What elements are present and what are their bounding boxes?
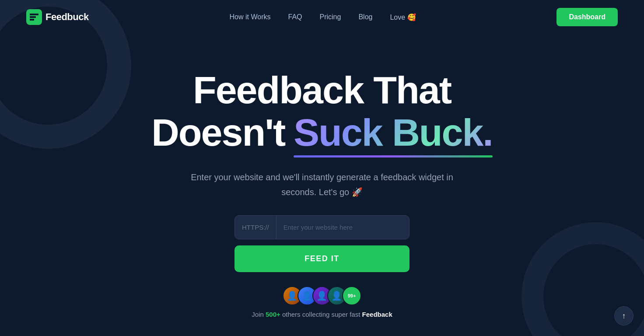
nav-pricing[interactable]: Pricing	[320, 13, 341, 21]
navbar: Feedbuck How it Works FAQ Pricing Blog L…	[0, 0, 644, 34]
url-input-container: HTTPS://	[234, 215, 410, 239]
logo-link[interactable]: Feedbuck	[26, 9, 89, 25]
website-input[interactable]	[276, 216, 409, 239]
hero-subtitle: Enter your website and we'll instantly g…	[191, 170, 453, 200]
logo-icon	[26, 9, 42, 25]
url-prefix: HTTPS://	[235, 216, 276, 239]
brand-name: Feedbuck	[46, 11, 89, 23]
hero-doesnt: Doesn't	[151, 112, 285, 154]
hero-title-line1: Feedback That	[151, 69, 493, 112]
hero-title-line2: Doesn't Suck Buck.	[151, 112, 493, 154]
feed-it-button[interactable]: FEED IT	[234, 245, 410, 272]
social-proof-text: Join 500+ others collecting super fast F…	[252, 311, 392, 318]
dashboard-button[interactable]: Dashboard	[556, 8, 618, 26]
scroll-top-icon: ↑	[622, 312, 626, 321]
nav-blog[interactable]: Blog	[358, 13, 372, 21]
nav-faq[interactable]: FAQ	[288, 13, 302, 21]
hero-gradient-word: Suck Buck.	[294, 112, 492, 154]
nav-links: How it Works FAQ Pricing Blog Love 🥰	[230, 13, 416, 21]
social-count-highlight: 500+	[266, 311, 280, 318]
hero-suck-buck: Suck Buck.	[294, 111, 492, 154]
nav-love[interactable]: Love 🥰	[390, 14, 416, 21]
nav-how-it-works[interactable]: How it Works	[230, 13, 271, 21]
hero-section: Feedback That Doesn't Suck Buck. Enter y…	[0, 34, 644, 318]
hero-title: Feedback That Doesn't Suck Buck.	[151, 69, 493, 154]
social-proof: 👤 👤 👤 👤 99+ Join 500+ others collecting …	[252, 286, 392, 318]
gradient-underline	[294, 155, 492, 158]
social-feedback-word: Feedback	[362, 311, 392, 318]
scroll-to-top-button[interactable]: ↑	[614, 306, 634, 326]
avatar-count: 99+	[342, 286, 361, 305]
avatars-row: 👤 👤 👤 👤 99+	[283, 286, 361, 305]
